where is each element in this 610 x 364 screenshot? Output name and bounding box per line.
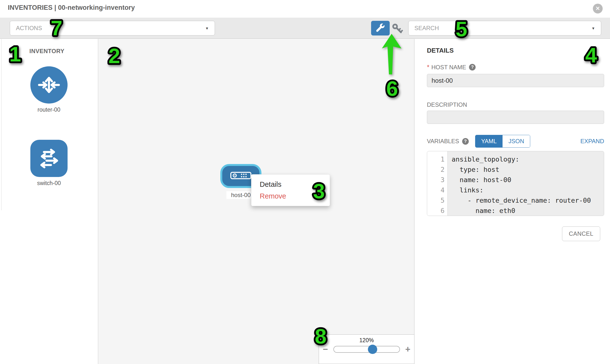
code-line: - remote_device_name: router-00 [452,195,604,206]
cancel-button[interactable]: CANCEL [562,226,600,241]
key-icon [392,31,403,36]
actions-placeholder: ACTIONS [16,25,42,32]
search-dropdown[interactable]: SEARCH ▼ [408,21,601,36]
expand-link[interactable]: EXPAND [580,138,604,145]
zoom-slider-thumb[interactable] [368,345,377,354]
code-line: name: eth0 [452,206,604,216]
toolbox-item-label: router-00 [30,106,67,113]
format-toggle: YAML JSON [475,135,531,148]
description-label: DESCRIPTION [427,101,467,108]
code-line-numbers: 1 2 3 4 5 6 7 [427,151,448,216]
context-menu-item-remove[interactable]: Remove [251,190,330,202]
host-name-input[interactable] [427,74,604,87]
code-line: name: host-00 [452,175,604,185]
description-input[interactable] [427,111,604,124]
topology-canvas[interactable]: host-00 Details Remove 120% − + [98,39,415,364]
code-content[interactable]: ansible_topology: type: host name: host-… [448,151,604,216]
router-icon [30,66,67,104]
toolbar: ACTIONS ▼ [0,18,610,39]
help-question-icon[interactable]: ? [469,64,476,70]
networking-inventory-screen: INVENTORIES | 00-networking-inventory ✕ … [0,0,610,364]
toolbox-item-switch[interactable]: switch-00 [30,140,67,186]
key-legend-button[interactable] [392,23,403,35]
variables-code-editor[interactable]: 1 2 3 4 5 6 7 ansible_topology: type: ho… [427,151,604,216]
code-line: links: [452,185,604,195]
inventory-toolbox-title: INVENTORY [29,48,64,55]
zoom-control: 120% − + [319,334,415,364]
chevron-down-icon: ▼ [591,26,595,30]
required-asterisk: * [427,63,429,71]
page-title: INVENTORIES | 00-networking-inventory [8,4,135,12]
zoom-percentage: 120% [319,337,414,344]
toolbox-item-router[interactable]: router-00 [30,66,67,113]
close-icon[interactable]: ✕ [593,4,603,13]
yaml-toggle-button[interactable]: YAML [475,135,503,147]
node-context-menu: Details Remove [251,174,330,206]
details-panel: DETAILS * HOST NAME ? DESCRIPTION VARIAB… [415,39,610,364]
json-toggle-button[interactable]: JSON [503,135,530,147]
actions-dropdown[interactable]: ACTIONS ▼ [10,21,215,36]
chevron-down-icon: ▼ [205,26,209,30]
context-menu-item-details[interactable]: Details [251,179,330,190]
code-line: ansible_topology: [452,154,604,165]
variables-row: VARIABLES ? YAML JSON EXPAND [427,134,604,148]
toolbox-item-label: switch-00 [30,180,67,186]
switch-icon [30,140,67,177]
search-placeholder: SEARCH [415,25,439,32]
host-icon [230,172,252,181]
zoom-in-button[interactable]: + [405,346,411,353]
inventory-toolbox: INVENTORY router-00 [0,39,98,364]
variables-label: VARIABLES ? [427,138,469,145]
zoom-slider-track[interactable] [333,346,400,353]
wrench-icon [376,24,385,33]
details-panel-title: DETAILS [427,47,454,54]
toolbox-wrench-button[interactable] [371,21,390,36]
header: INVENTORIES | 00-networking-inventory ✕ [0,0,610,18]
zoom-out-button[interactable]: − [323,346,328,353]
sidebar-edge-divider [1,39,1,210]
help-question-icon[interactable]: ? [462,138,469,145]
code-line: type: host [452,165,604,175]
host-name-label: * HOST NAME ? [427,63,476,71]
